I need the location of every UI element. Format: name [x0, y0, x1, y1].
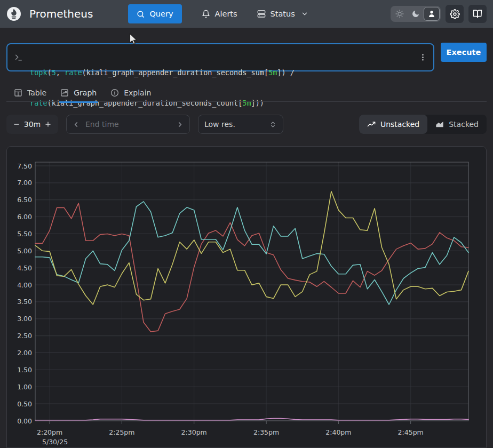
stacking-toggle: Unstacked Stacked — [359, 115, 487, 134]
bell-icon — [202, 10, 210, 18]
app-title: Prometheus — [29, 7, 93, 20]
x-tick-label: 2:25pm — [109, 428, 134, 436]
y-tick-label: 4.00 — [17, 281, 32, 289]
end-time-input[interactable]: End time — [66, 115, 190, 134]
chevron-down-icon — [301, 10, 308, 18]
unstacked-button[interactable]: Unstacked — [359, 115, 427, 134]
nav-status-label: Status — [271, 10, 295, 18]
auto-theme-button[interactable] — [424, 7, 440, 21]
query-token: ( — [47, 68, 52, 77]
x-tick-label: 2:45pm — [398, 428, 424, 436]
graph-panel: 2:20pm2:25pm2:30pm2:35pm2:40pm2:45pm0.00… — [6, 146, 487, 448]
graph-controls: 30m End time Low res. — [6, 115, 487, 134]
query-token: (kiali_graph_appender_duration_seconds_s… — [82, 68, 269, 77]
y-tick-label: 3.00 — [17, 315, 32, 323]
settings-button[interactable] — [446, 5, 464, 23]
stacked-button[interactable]: Stacked — [427, 115, 487, 134]
server-icon — [257, 10, 266, 18]
sun-icon — [395, 10, 404, 18]
range-value[interactable]: 30m — [24, 120, 41, 129]
navbar-right-actions — [391, 5, 487, 23]
chevron-left-icon[interactable] — [72, 121, 80, 129]
query-token: 5 — [52, 68, 56, 77]
time-series-chart[interactable]: 2:20pm2:25pm2:30pm2:35pm2:40pm2:45pm0.00… — [7, 147, 486, 447]
end-time-placeholder: End time — [85, 120, 119, 129]
y-tick-label: 7.00 — [17, 179, 32, 187]
y-tick-label: 3.50 — [17, 298, 32, 306]
resolution-value: Low res. — [204, 120, 235, 129]
y-tick-label: 0.50 — [17, 400, 32, 408]
prometheus-logo-icon — [6, 6, 21, 21]
navbar: Prometheus Query Alerts — [0, 0, 493, 28]
nav-status[interactable]: Status — [257, 10, 308, 18]
range-selector: 30m — [6, 115, 58, 134]
y-tick-label: 6.00 — [17, 213, 32, 221]
tab-explain[interactable]: Explain — [109, 84, 152, 103]
y-tick-label: 5.50 — [17, 230, 32, 238]
y-tick-label: 5.00 — [17, 247, 32, 255]
query-token: 5m — [268, 68, 277, 77]
query-expression-input[interactable]: topk(5, rate(kiali_graph_appender_durati… — [6, 43, 434, 71]
resolution-select[interactable]: Low res. — [198, 115, 283, 134]
nav-alerts-label: Alerts — [215, 10, 237, 18]
query-expression-line-1: topk(5, rate(kiali_graph_appender_durati… — [30, 68, 295, 78]
table-icon — [14, 89, 22, 97]
chart-icon — [60, 89, 69, 97]
x-tick-label: 2:30pm — [181, 428, 207, 436]
y-tick-label: 2.00 — [17, 349, 32, 357]
x-axis-date-label: 5/30/25 — [42, 438, 68, 446]
y-tick-label: 1.00 — [17, 383, 32, 391]
book-icon — [473, 9, 482, 19]
y-tick-label: 1.50 — [17, 366, 32, 374]
trend-up-icon — [367, 120, 376, 129]
plus-icon — [44, 121, 52, 128]
chevron-right-icon[interactable] — [176, 121, 184, 129]
decrease-range-button[interactable] — [12, 119, 21, 129]
execute-button[interactable]: Execute — [441, 43, 487, 62]
y-tick-label: 2.50 — [17, 332, 32, 340]
tab-graph-label: Graph — [74, 89, 97, 97]
series-line-pink — [35, 419, 468, 420]
result-view-tabs: Table Graph Explain — [6, 84, 487, 102]
area-chart-icon — [435, 120, 444, 129]
tab-explain-label: Explain — [124, 89, 151, 97]
query-expression-code[interactable]: topk(5, rate(kiali_graph_appender_durati… — [30, 44, 295, 70]
series-line-red — [35, 203, 468, 332]
tab-graph[interactable]: Graph — [59, 84, 98, 103]
kebab-menu-icon[interactable] — [412, 53, 433, 62]
moon-icon — [411, 10, 420, 18]
minus-icon — [13, 121, 20, 128]
plot-frame — [35, 162, 468, 421]
query-token: , — [56, 68, 65, 77]
nav-query-button[interactable]: Query — [128, 4, 181, 23]
theme-toggle — [391, 6, 441, 22]
brand[interactable]: Prometheus — [6, 6, 93, 21]
nav-query-label: Query — [149, 10, 173, 18]
info-circle-icon — [110, 89, 119, 97]
stacked-label: Stacked — [449, 120, 479, 129]
y-tick-label: 4.50 — [17, 264, 32, 272]
gear-icon — [450, 9, 460, 19]
query-token: topk — [30, 68, 47, 77]
x-tick-label: 2:20pm — [37, 428, 62, 436]
tab-table-label: Table — [27, 89, 46, 97]
y-tick-label: 7.50 — [17, 162, 32, 170]
select-chevrons-icon — [269, 121, 277, 129]
y-tick-label: 6.50 — [17, 196, 32, 204]
tab-table[interactable]: Table — [13, 84, 47, 103]
terminal-prompt-icon — [7, 44, 30, 70]
x-tick-label: 2:40pm — [325, 428, 351, 436]
x-tick-label: 2:35pm — [253, 428, 279, 436]
nav-alerts[interactable]: Alerts — [202, 10, 237, 18]
unstacked-label: Unstacked — [380, 120, 419, 129]
increase-range-button[interactable] — [43, 119, 53, 129]
series-line-yellow — [35, 191, 468, 305]
dark-theme-button[interactable] — [408, 7, 424, 21]
user-icon — [427, 10, 436, 18]
docs-button[interactable] — [468, 5, 487, 23]
search-icon — [137, 10, 145, 18]
main-nav: Query Alerts Status — [128, 4, 308, 23]
light-theme-button[interactable] — [392, 7, 408, 21]
query-token: ]) / — [277, 68, 295, 77]
query-token: rate — [65, 68, 82, 77]
